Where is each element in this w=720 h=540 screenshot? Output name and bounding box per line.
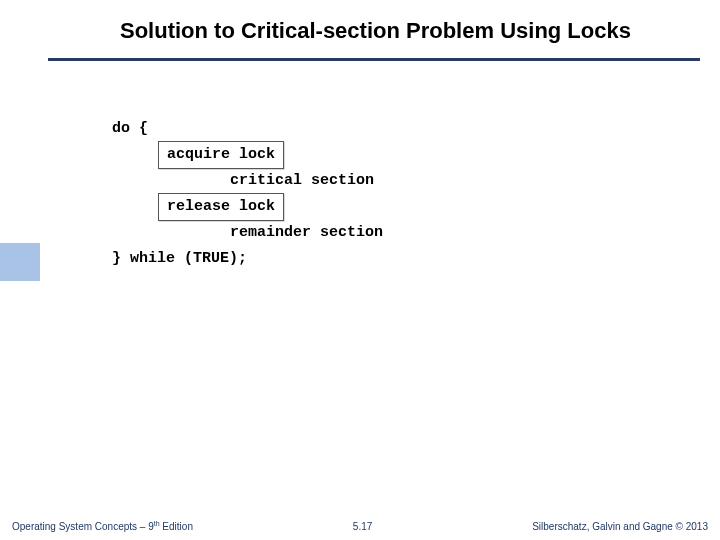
sidebar-top — [0, 0, 40, 243]
acquire-lock-box: acquire lock — [158, 141, 284, 169]
title-rule — [48, 58, 700, 61]
footer: Operating System Concepts – 9th Edition … — [12, 520, 708, 532]
sidebar — [0, 0, 40, 540]
page-title: Solution to Critical-section Problem Usi… — [120, 18, 631, 44]
remainder-section-text: remainder section — [230, 221, 383, 245]
sidebar-bottom — [0, 281, 40, 540]
sidebar-accent — [0, 243, 40, 281]
footer-left-prefix: Operating System Concepts – 9 — [12, 521, 154, 532]
code-line-remainder: remainder section — [112, 220, 383, 246]
code-line-critical: critical section — [112, 168, 383, 194]
code-line-do: do { — [112, 116, 383, 142]
code-line-close: } while (TRUE); — [112, 246, 383, 272]
critical-section-text: critical section — [230, 169, 374, 193]
code-block: do { acquire lock critical section relea… — [112, 116, 383, 272]
footer-left: Operating System Concepts – 9th Edition — [12, 520, 193, 532]
footer-center: 5.17 — [353, 521, 372, 532]
footer-left-suffix: Edition — [160, 521, 193, 532]
slide: Solution to Critical-section Problem Usi… — [0, 0, 720, 540]
code-line-release: release lock — [112, 194, 383, 220]
release-lock-box: release lock — [158, 193, 284, 221]
code-close: } while (TRUE); — [112, 247, 247, 271]
code-do-open: do { — [112, 117, 148, 141]
code-line-acquire: acquire lock — [112, 142, 383, 168]
footer-right: Silberschatz, Galvin and Gagne © 2013 — [532, 521, 708, 532]
